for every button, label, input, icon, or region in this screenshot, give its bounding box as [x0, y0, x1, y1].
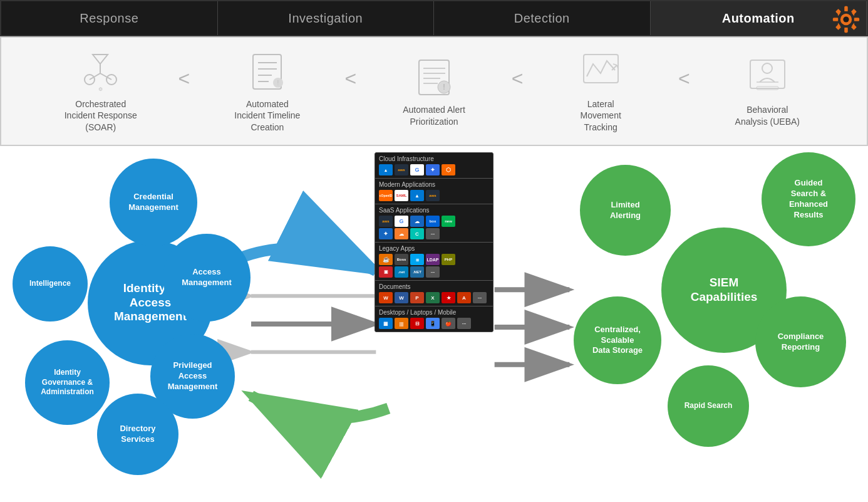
devices-section: Desktops / Laptops / Mobile ▦ ||| ⊟ 📱 🍎 …	[375, 306, 493, 332]
k8s-icon: ✦	[426, 164, 440, 175]
svg-rect-7	[851, 9, 857, 14]
alert-icon: !	[412, 55, 456, 99]
intelligence-label: Intelligence	[29, 279, 71, 289]
gear-icon	[832, 5, 860, 34]
guided-label: GuidedSearch &EnhancedResults	[789, 178, 828, 221]
legacy-title: Legacy Apps	[379, 245, 489, 252]
tab-detection[interactable]: Detection	[434, 1, 651, 35]
access-label: AccessManagement	[182, 267, 231, 288]
modern-apps-icons: cOpenID SAML ▲ aws	[379, 190, 489, 201]
saas-icons-row2: ✦ ☁ C ···	[379, 228, 489, 239]
svg-rect-6	[835, 9, 841, 14]
top-navigation: Response Investigation Detection Automat…	[0, 0, 868, 36]
azure2-icon: ▲	[410, 190, 424, 201]
saml-icon: SAML	[395, 190, 408, 201]
linux-icon: ⊟	[410, 318, 424, 329]
slack-icon: ☁	[395, 228, 408, 239]
credential-label: CredentialManagement	[128, 192, 178, 213]
svg-text:!: !	[277, 80, 279, 86]
arrow-3: <	[512, 67, 524, 90]
workflow-strip: ⚙ OrchestratedIncident Response(SOAR) < …	[0, 36, 868, 146]
legacy-icons-row2: ▣ .net .NET ···	[379, 266, 489, 278]
saas-c-icon: C	[410, 228, 424, 239]
img-icon: ▣	[379, 266, 393, 278]
svg-point-36	[762, 63, 772, 73]
svg-rect-4	[833, 18, 838, 21]
iam-intelligence-circle: Intelligence	[13, 246, 88, 322]
openid-icon: cOpenID	[379, 190, 393, 201]
arrow-2: <	[345, 67, 357, 90]
aws2-icon: aws	[426, 190, 440, 201]
saas-icons-row1: aws G ☁ box new	[379, 216, 489, 227]
tab-response[interactable]: Response	[1, 1, 218, 35]
siem-label: SIEMCapabilities	[691, 276, 758, 305]
azure-icon: ▲	[379, 164, 393, 175]
excel-icon: X	[426, 292, 440, 303]
centralized-label: Centralized,ScalableData Storage	[592, 325, 643, 357]
timeline-label: AutomatedIncident TimelineCreation	[234, 98, 300, 133]
rapid-label: Rapid Search	[685, 401, 733, 411]
outlook-icon: W	[379, 292, 393, 303]
siem-cluster: SIEMCapabilities LimitedAlerting GuidedS…	[592, 152, 855, 459]
siem-centralized-circle: Centralized,ScalableData Storage	[574, 296, 661, 384]
svg-rect-8	[835, 24, 841, 30]
cloud-section: Cloud Infrastructure ▲ aws G ✦ ⬡	[375, 153, 493, 179]
star-icon: ★	[442, 292, 455, 303]
tab-investigation[interactable]: Investigation	[218, 1, 435, 35]
cloud-icons: ▲ aws G ✦ ⬡	[379, 164, 489, 175]
aws-icon: aws	[395, 164, 408, 175]
siem-compliance-circle: ComplianceReporting	[755, 296, 846, 387]
identity-label: IdentityGovernance &Administration	[41, 368, 94, 397]
workflow-alert: ! Automated AlertPrioritization	[359, 55, 508, 127]
jboss-icon: Boss	[395, 254, 408, 265]
soar-label: OrchestratedIncident Response(SOAR)	[65, 98, 137, 133]
ueba-label: BehavioralAnalysis (UEBA)	[735, 104, 800, 127]
google-icon: G	[410, 164, 424, 175]
svg-point-1	[843, 16, 849, 22]
limited-label: LimitedAlerting	[610, 200, 641, 221]
privileged-label: PrivilegedAccessManagement	[168, 360, 217, 392]
arrow-1: <	[178, 67, 190, 90]
settings-button[interactable]	[830, 4, 862, 35]
new-icon: new	[442, 216, 455, 227]
svg-rect-35	[750, 60, 785, 88]
ldap-icon: LDAP	[426, 254, 440, 265]
iam-directory-circle: DirectoryServices	[97, 394, 178, 475]
splunk-icon: |||	[395, 318, 408, 329]
saas-aws-icon: aws	[379, 216, 393, 227]
saas-title: SaaS Applications	[379, 207, 489, 214]
php-icon: PHP	[442, 254, 455, 265]
iam-access-circle: AccessManagement	[163, 234, 251, 322]
java-icon: ☕	[379, 254, 393, 265]
svg-text:⚙: ⚙	[98, 86, 103, 92]
center-panel: Cloud Infrastructure ▲ aws G ✦ ⬡ Modern …	[375, 152, 493, 332]
box-icon: box	[426, 216, 440, 227]
timeline-icon: !	[245, 50, 289, 93]
siem-limited-circle: LimitedAlerting	[580, 165, 671, 256]
workflow-lateral: LateralMovementTracking	[526, 50, 674, 133]
legacy-icons-row1: ☕ Boss ⊞ LDAP PHP	[379, 254, 489, 265]
devices-icons: ▦ ||| ⊟ 📱 🍎 ···	[379, 318, 489, 329]
devices-title: Desktops / Laptops / Mobile	[379, 309, 489, 316]
workflow-timeline: ! AutomatedIncident TimelineCreation	[193, 50, 341, 133]
svg-rect-2	[844, 6, 848, 11]
modern-apps-section: Modern Applications cOpenID SAML ▲ aws	[375, 179, 493, 204]
svg-rect-3	[844, 28, 848, 33]
saas-g-icon: G	[395, 216, 408, 227]
lateral-label: LateralMovementTracking	[580, 98, 621, 133]
modern-apps-title: Modern Applications	[379, 181, 489, 188]
directory-label: DirectoryServices	[120, 424, 155, 445]
svg-line-33	[613, 64, 617, 65]
word-icon: W	[395, 292, 408, 303]
svg-rect-5	[854, 18, 859, 21]
devices-more-icon: ···	[457, 318, 471, 329]
access-icon: A	[457, 292, 471, 303]
siem-guided-circle: GuidedSearch &EnhancedResults	[762, 152, 855, 246]
msft-icon: ⊞	[410, 254, 424, 265]
compliance-label: ComplianceReporting	[778, 332, 824, 353]
lateral-icon	[579, 50, 623, 93]
documents-icons: W W P X ★ A ···	[379, 292, 489, 303]
soar-icon: ⚙	[79, 50, 123, 93]
alert-label: Automated AlertPrioritization	[403, 104, 465, 127]
android-icon: 📱	[426, 318, 440, 329]
